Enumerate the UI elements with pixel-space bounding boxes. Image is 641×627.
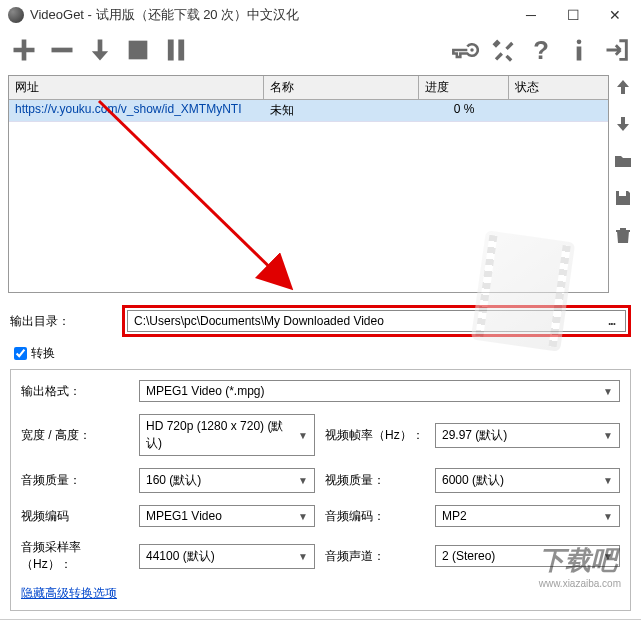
video-quality-label: 视频质量： <box>325 472 425 489</box>
audio-quality-select[interactable]: 160 (默认)▼ <box>139 468 315 493</box>
col-status[interactable]: 状态 <box>509 76 608 99</box>
close-button[interactable]: ✕ <box>603 7 627 23</box>
cell-name: 未知 <box>264 100 419 121</box>
svg-rect-0 <box>52 48 73 53</box>
toolbar: ? <box>0 30 641 73</box>
minimize-button[interactable]: ─ <box>519 7 543 23</box>
video-quality-select[interactable]: 6000 (默认)▼ <box>435 468 620 493</box>
svg-text:?: ? <box>533 36 549 64</box>
maximize-button[interactable]: ☐ <box>561 7 585 23</box>
chevron-down-icon: ▼ <box>603 551 613 562</box>
outdir-label: 输出目录： <box>10 313 110 330</box>
exit-icon[interactable] <box>603 36 631 67</box>
help-icon[interactable]: ? <box>527 36 555 67</box>
hide-advanced-link[interactable]: 隐藏高级转换选项 <box>21 585 620 602</box>
chevron-down-icon: ▼ <box>298 430 308 441</box>
app-icon <box>8 7 24 23</box>
key-icon[interactable] <box>451 36 479 67</box>
outdir-highlight: C:\Users\pc\Documents\My Downloaded Vide… <box>122 305 631 337</box>
chevron-down-icon: ▼ <box>603 511 613 522</box>
titlebar: VideoGet - 试用版（还能下载 20 次）中文汉化 ─ ☐ ✕ <box>0 0 641 30</box>
sidebar <box>613 75 633 293</box>
cell-status <box>509 100 608 121</box>
outdir-input[interactable]: C:\Users\pc\Documents\My Downloaded Vide… <box>127 310 626 332</box>
svg-rect-1 <box>129 41 148 60</box>
open-folder-icon[interactable] <box>613 151 633 174</box>
output-format-label: 输出格式： <box>21 383 129 400</box>
arrow-annotation <box>89 91 319 301</box>
cell-url: https://v.youku.com/v_show/id_XMTMyNTI <box>9 100 264 121</box>
download-button[interactable] <box>86 36 114 67</box>
output-format-select[interactable]: MPEG1 Video (*.mpg)▼ <box>139 380 620 402</box>
audio-channel-select[interactable]: 2 (Stereo)▼ <box>435 545 620 567</box>
delete-icon[interactable] <box>613 225 633 248</box>
chevron-down-icon: ▼ <box>298 475 308 486</box>
chevron-down-icon: ▼ <box>603 430 613 441</box>
save-icon[interactable] <box>613 188 633 211</box>
settings-panel: 输出格式： MPEG1 Video (*.mpg)▼ 宽度 / 高度： HD 7… <box>10 369 631 611</box>
svg-line-8 <box>99 101 289 286</box>
browse-button[interactable]: ... <box>604 314 619 328</box>
info-icon[interactable] <box>565 36 593 67</box>
svg-point-4 <box>470 48 474 52</box>
move-up-icon[interactable] <box>613 77 633 100</box>
col-url[interactable]: 网址 <box>9 76 264 99</box>
width-height-select[interactable]: HD 720p (1280 x 720) (默认)▼ <box>139 414 315 456</box>
svg-rect-7 <box>577 47 582 61</box>
window-title: VideoGet - 试用版（还能下载 20 次）中文汉化 <box>30 6 519 24</box>
chevron-down-icon: ▼ <box>603 386 613 397</box>
svg-rect-3 <box>178 40 184 61</box>
stop-button[interactable] <box>124 36 152 67</box>
add-button[interactable] <box>10 36 38 67</box>
audio-quality-label: 音频质量： <box>21 472 129 489</box>
outdir-value: C:\Users\pc\Documents\My Downloaded Vide… <box>134 314 604 328</box>
video-fps-label: 视频帧率（Hz）： <box>325 427 425 444</box>
move-down-icon[interactable] <box>613 114 633 137</box>
remove-button[interactable] <box>48 36 76 67</box>
audio-sample-select[interactable]: 44100 (默认)▼ <box>139 544 315 569</box>
convert-checkbox-input[interactable] <box>14 347 27 360</box>
pause-button[interactable] <box>162 36 190 67</box>
width-height-label: 宽度 / 高度： <box>21 427 129 444</box>
chevron-down-icon: ▼ <box>603 475 613 486</box>
audio-sample-label: 音频采样率（Hz）： <box>21 539 129 573</box>
settings-icon[interactable] <box>489 36 517 67</box>
convert-label: 转换 <box>31 345 55 362</box>
download-table: 网址 名称 进度 状态 https://v.youku.com/v_show/i… <box>8 75 609 293</box>
col-progress[interactable]: 进度 <box>419 76 509 99</box>
chevron-down-icon: ▼ <box>298 511 308 522</box>
audio-codec-select[interactable]: MP2▼ <box>435 505 620 527</box>
video-codec-label: 视频编码 <box>21 508 129 525</box>
statusbar: 当前下载： 0 bytes / 0 bytes, 总下载： <box>0 619 641 627</box>
convert-checkbox[interactable]: 转换 <box>14 345 55 362</box>
audio-codec-label: 音频编码： <box>325 508 425 525</box>
video-fps-select[interactable]: 29.97 (默认)▼ <box>435 423 620 448</box>
svg-rect-2 <box>168 40 174 61</box>
audio-channel-label: 音频声道： <box>325 548 425 565</box>
table-row[interactable]: https://v.youku.com/v_show/id_XMTMyNTI 未… <box>9 100 608 122</box>
chevron-down-icon: ▼ <box>298 551 308 562</box>
video-codec-select[interactable]: MPEG1 Video▼ <box>139 505 315 527</box>
cell-progress: 0 % <box>419 100 509 121</box>
col-name[interactable]: 名称 <box>264 76 419 99</box>
svg-point-6 <box>577 40 582 45</box>
